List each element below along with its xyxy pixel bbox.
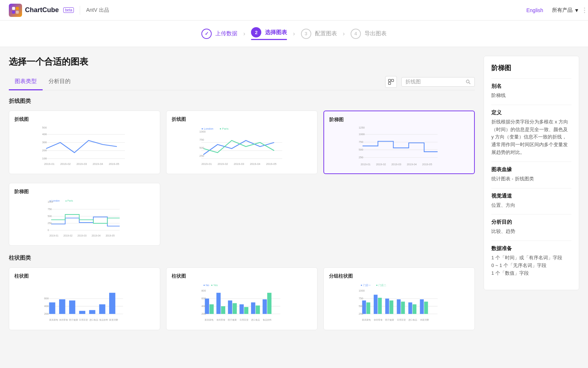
svg-text:日用百货: 日用百货 [397,319,406,321]
card-title-bar2: 柱状图 [172,273,312,279]
svg-text:食品饮料: 食品饮料 [263,319,272,321]
svg-text:● 门店一: ● 门店一 [361,284,370,287]
svg-text:500: 500 [42,126,47,129]
tab-analysis-goal[interactable]: 分析目的 [43,75,76,90]
svg-text:2019-03: 2019-03 [391,163,401,166]
svg-rect-97 [233,303,237,314]
panel-lineage-value: 统计图表 - 折线图类 [491,175,571,183]
svg-text:200: 200 [201,312,206,315]
step-arrow-2: › [293,30,295,37]
svg-text:医疗健康: 医疗健康 [385,318,394,321]
svg-text:1000: 1000 [200,130,206,133]
step-4[interactable]: 4 导出图表 [351,29,387,39]
step-2-underline [251,39,287,40]
chart-grid-line: 折线图 2019-01 2019-02 2019-03 2019-04 2019… [9,111,475,174]
svg-text:750: 750 [359,297,363,300]
tabs: 图表类型 分析目的 [9,75,76,90]
svg-text:日用百货: 日用百货 [240,319,248,321]
panel-title: 阶梯图 [491,64,571,72]
step-4-label: 导出图表 [365,30,387,37]
step-2-circle: 2 [251,27,261,37]
search-box[interactable] [401,77,475,87]
chart-card-line[interactable]: 折线图 2019-01 2019-02 2019-03 2019-04 2019… [9,111,160,174]
svg-rect-102 [263,299,267,314]
chart-card-step-multi[interactable]: 阶梯图 ● London ● Paris 2019-01 2019-02 201… [9,183,160,246]
svg-rect-94 [216,293,221,314]
section-bar-title: 柱状图类 [9,255,475,261]
svg-text:250: 250 [48,222,52,224]
svg-text:2019-03: 2019-03 [78,234,87,237]
svg-text:2019-05: 2019-05 [105,234,115,237]
svg-text:200: 200 [44,312,49,315]
svg-text:250: 250 [359,312,363,315]
step-1[interactable]: ✓ 上传数据 [201,29,237,39]
svg-rect-103 [267,293,272,314]
chart-card-bar1[interactable]: 柱状图 家具家电 休闲零食 医疗健康 日用百货 进口食品 [9,267,160,330]
panel-alias-value: 阶梯线 [491,92,571,100]
collapse-button[interactable] [385,76,397,88]
svg-text:2019-05: 2019-05 [266,162,276,166]
svg-rect-125 [397,299,401,314]
svg-text:250: 250 [200,154,204,158]
svg-text:1250: 1250 [359,126,365,129]
step-3[interactable]: 3 配置图表 [301,29,337,39]
svg-text:2019-04: 2019-04 [250,162,261,166]
header-left: ChartCube beta AntV 出品 [9,4,109,17]
svg-text:2019-02: 2019-02 [218,162,228,166]
search-input[interactable] [405,79,463,85]
svg-rect-124 [390,300,393,314]
chart-preview-step-multi: ● London ● Paris 2019-01 2019-02 2019-03… [14,199,155,239]
step-1-circle: ✓ [201,29,212,39]
svg-rect-3 [16,10,19,13]
svg-text:日用百货: 日用百货 [79,319,88,321]
panel-definition-value: 折线根据分类字段分为多根在 x 方向（时间）的信息是完全一致、颜色及 y 方向（… [491,118,571,156]
chart-preview-bar2: ● No ● Yes 家具家电 [172,283,312,324]
language-button[interactable]: English [526,7,543,13]
svg-text:500: 500 [200,146,204,149]
svg-rect-101 [256,306,260,314]
chart-card-multiline[interactable]: 折线图 ● London ● Paris 2019-01 2019-02 201… [166,111,318,174]
panel-section-data: 数据准备 1 个「时间」或「有序名词」字段 0 ~ 1 个「无序名词」字段 1 … [491,245,571,277]
svg-text:500: 500 [359,304,363,308]
svg-text:250: 250 [359,156,363,159]
chart-card-step-selected[interactable]: 阶梯图 2019-01 2019-02 2019-03 2019-04 2019… [323,111,475,174]
svg-text:休闲零食: 休闲零食 [216,319,225,321]
svg-text:末薪消费: 末薪消费 [420,319,429,321]
svg-text:● Paris: ● Paris [220,127,229,130]
svg-text:800: 800 [201,289,206,292]
svg-text:2019-02: 2019-02 [376,163,386,166]
svg-text:2019-01: 2019-01 [201,162,212,166]
svg-text:家具家电: 家具家电 [49,318,58,321]
svg-text:2019-03: 2019-03 [76,162,87,166]
tab-actions [385,76,475,88]
svg-text:1000: 1000 [48,201,53,203]
svg-rect-120 [366,302,370,314]
antv-text: AntV 出品 [86,7,109,14]
svg-text:医疗健康: 医疗健康 [228,318,237,321]
panel-section-lineage: 图表血缘 统计图表 - 折线图类 [491,166,571,183]
tab-chart-type[interactable]: 图表类型 [9,75,43,90]
svg-text:家具家电: 家具家电 [205,318,214,321]
panel-lineage-label: 图表血缘 [491,166,571,173]
svg-text:2019-03: 2019-03 [234,162,244,166]
step-2[interactable]: 2 选择图表 [251,27,287,40]
svg-text:2019-01: 2019-01 [49,234,58,237]
svg-text:进口食品: 进口食品 [408,319,417,321]
chart-card-bar2[interactable]: 柱状图 ● No ● Yes [166,267,318,330]
svg-rect-123 [385,299,389,314]
svg-text:进口食品: 进口食品 [251,319,260,321]
sidebar-panel: 阶梯图 别名 阶梯线 定义 折线根据分类字段分为多根在 x 方向（时间）的信息是… [484,56,579,290]
svg-rect-72 [69,300,75,314]
svg-text:400: 400 [44,304,49,308]
svg-text:300: 300 [42,141,47,144]
chart-preview-step-selected: 2019-01 2019-02 2019-03 2019-04 2019-05 … [329,127,469,167]
products-button[interactable]: 所有产品 ▼ [552,7,579,14]
card-title-line: 折线图 [14,116,155,123]
svg-text:750: 750 [48,208,52,210]
panel-channel-value: 位置、方向 [491,202,571,209]
card-title-multiline: 折线图 [172,116,312,123]
chart-card-grouped-bar[interactable]: 分组柱状图 ● 门店一 ● 门店二 [323,267,475,330]
svg-text:2019-05: 2019-05 [422,163,432,166]
svg-rect-128 [413,304,416,314]
svg-text:2019-02: 2019-02 [60,162,71,166]
